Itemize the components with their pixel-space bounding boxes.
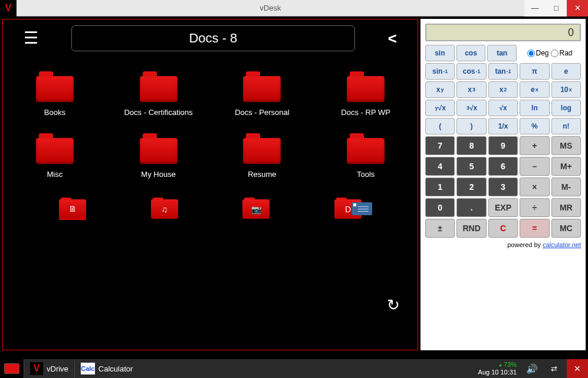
folder-icon	[243, 133, 281, 164]
calc-sci-button[interactable]: e	[551, 63, 581, 80]
folder-item[interactable]: Resume	[211, 125, 314, 187]
calc-button[interactable]: 1	[425, 178, 455, 196]
calc-button[interactable]: EXP	[488, 198, 518, 217]
photos-tab[interactable]: 📷	[242, 198, 270, 220]
calc-button[interactable]: ÷	[520, 198, 549, 217]
folder-icon	[347, 71, 385, 102]
folder-item[interactable]: Tools	[314, 125, 418, 187]
calc-button[interactable]: M-	[551, 178, 581, 196]
calc-sci-button[interactable]: )	[456, 118, 486, 134]
music-tab[interactable]: ♫	[151, 198, 178, 220]
overlay-badge	[352, 202, 372, 215]
calc-sci-button[interactable]: cos-1	[456, 63, 486, 80]
taskbar-home-icon[interactable]	[0, 359, 24, 378]
taskbar-app-calculator[interactable]: Calc Calculator	[74, 359, 139, 378]
folder-label: Docs - Certifications	[124, 108, 192, 117]
folder-label: Resume	[248, 170, 276, 179]
calc-button[interactable]: M+	[551, 157, 581, 176]
refresh-icon[interactable]: ↻	[387, 296, 400, 314]
calc-button[interactable]: –	[520, 157, 549, 176]
apps-tab[interactable]: D	[334, 198, 362, 220]
calculator-icon: Calc	[81, 363, 95, 374]
folder-label: Misc	[47, 170, 63, 179]
docs-tab[interactable]: 🗎	[59, 198, 86, 220]
calc-sci-button[interactable]: 1/x	[488, 118, 518, 134]
menu-icon[interactable]: ☰	[12, 30, 50, 47]
calc-sci-button[interactable]: %	[520, 118, 549, 134]
calc-sci-button[interactable]: tan-1	[488, 63, 518, 80]
calc-sci-button[interactable]: (	[425, 118, 455, 134]
calc-cos[interactable]: cos	[456, 45, 486, 61]
window-titlebar: V vDesk — □ ✕	[0, 0, 588, 17]
calc-button[interactable]: 2	[456, 178, 486, 196]
calc-button[interactable]: MR	[551, 198, 581, 217]
calc-sci-button[interactable]: log	[551, 100, 581, 116]
calc-button[interactable]: 8	[456, 136, 486, 155]
calc-sci-button[interactable]: ln	[520, 100, 549, 116]
calc-sci-button[interactable]: ex	[520, 81, 549, 98]
back-button[interactable]: <	[376, 29, 409, 48]
calc-button[interactable]: C	[488, 219, 518, 238]
taskbar-close-button[interactable]: ✕	[567, 359, 588, 378]
close-button[interactable]: ✕	[567, 0, 588, 17]
calc-button[interactable]: =	[520, 219, 549, 238]
window-title: vDesk	[17, 4, 524, 12]
calc-button[interactable]: 4	[425, 157, 455, 176]
folder-label: Tools	[357, 170, 375, 179]
folder-item[interactable]: Misc	[3, 125, 107, 187]
folder-icon	[140, 133, 178, 164]
calc-display: 0	[425, 24, 581, 41]
maximize-button[interactable]: □	[546, 0, 567, 17]
calc-button[interactable]: RND	[456, 219, 486, 238]
calc-sci-button[interactable]: x3	[456, 81, 486, 98]
calc-button[interactable]: .	[456, 198, 486, 217]
app-logo: V	[0, 0, 17, 17]
calc-button[interactable]: ±	[425, 219, 455, 238]
calculator-panel: 0 sin cos tan Deg Rad sin-1cos-1tan-1πex…	[421, 19, 586, 350]
calc-deg-radio[interactable]: Deg	[527, 49, 549, 57]
calc-tan[interactable]: tan	[487, 45, 517, 61]
calc-footer: powered by calculator.net	[425, 241, 581, 248]
taskbar-app-vdrive[interactable]: V vDrive	[24, 359, 74, 378]
folder-item[interactable]: Docs - Personal	[211, 63, 314, 125]
calc-sci-button[interactable]: 3√x	[456, 100, 486, 116]
calc-angle-mode: Deg Rad	[518, 45, 581, 61]
calc-button[interactable]: 5	[456, 157, 486, 176]
calc-footer-link[interactable]: calculator.net	[543, 241, 581, 248]
calc-button[interactable]: ×	[520, 178, 549, 196]
calc-button[interactable]: +	[520, 136, 549, 155]
minimize-button[interactable]: —	[524, 0, 546, 17]
calc-button[interactable]: 9	[488, 136, 518, 155]
calc-button[interactable]: MS	[551, 136, 581, 155]
calc-button[interactable]: 6	[488, 157, 518, 176]
file-browser: ☰ Docs - 8 < BooksDocs - CertificationsD…	[2, 19, 418, 350]
volume-icon[interactable]: 🔊	[523, 363, 541, 374]
folder-item[interactable]: Docs - Certifications	[107, 63, 211, 125]
folder-icon	[140, 71, 178, 102]
calc-sci-button[interactable]: sin-1	[425, 63, 455, 80]
folder-icon	[36, 133, 74, 164]
calc-sci-button[interactable]: 10x	[551, 81, 581, 98]
calc-sci-button[interactable]: π	[520, 63, 549, 80]
folder-item[interactable]: Docs - RP WP	[314, 63, 418, 125]
switcher-icon[interactable]: ⇄	[547, 364, 561, 373]
vdrive-icon: V	[30, 362, 43, 375]
calc-rad-radio[interactable]: Rad	[551, 49, 573, 57]
calc-sci-button[interactable]: n!	[551, 118, 581, 134]
calc-button[interactable]: MC	[551, 219, 581, 238]
calc-sci-button[interactable]: xy	[425, 81, 455, 98]
calc-button[interactable]: 0	[425, 198, 455, 217]
calc-sin[interactable]: sin	[425, 45, 455, 61]
folder-item[interactable]: My House	[107, 125, 211, 187]
folder-label: My House	[141, 170, 176, 179]
calc-sci-button[interactable]: y√x	[425, 100, 455, 116]
calc-sci-button[interactable]: √x	[488, 100, 518, 116]
folder-title: Docs - 8	[71, 25, 355, 51]
folder-item[interactable]: Books	[3, 63, 107, 125]
calc-button[interactable]: 3	[488, 178, 518, 196]
folder-label: Books	[44, 108, 65, 117]
folder-icon	[36, 71, 74, 102]
calc-sci-button[interactable]: x2	[488, 81, 518, 98]
taskbar: V vDrive Calc Calculator ● 73% Aug 10 10…	[0, 359, 588, 378]
calc-button[interactable]: 7	[425, 136, 455, 155]
